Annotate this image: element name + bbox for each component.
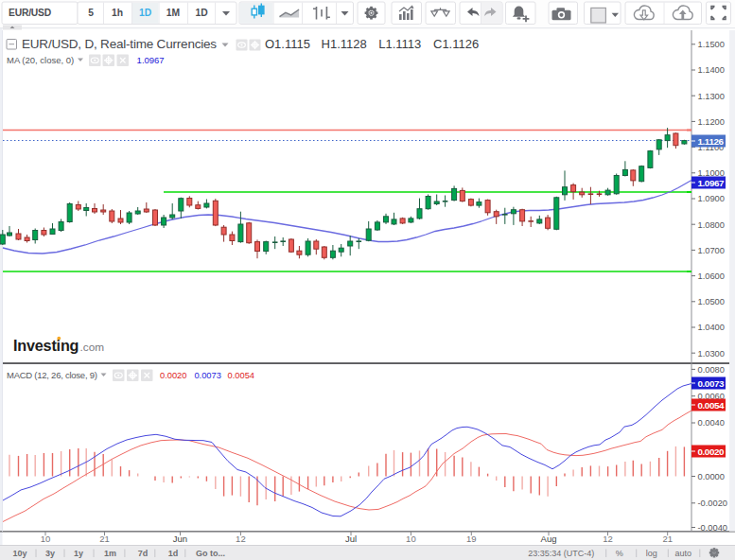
svg-text:1.0600: 1.0600 bbox=[698, 271, 725, 281]
svg-text:0.0000: 0.0000 bbox=[698, 472, 725, 481]
svg-text:1.1200: 1.1200 bbox=[698, 117, 725, 127]
svg-text:1D: 1D bbox=[195, 8, 207, 18]
svg-text:Aug: Aug bbox=[541, 534, 557, 544]
svg-text:H1.1128: H1.1128 bbox=[322, 37, 367, 51]
svg-text:1y: 1y bbox=[74, 549, 83, 558]
svg-text:O1.1115: O1.1115 bbox=[265, 37, 310, 51]
svg-text:EUR/USD, D, Real-time Currenci: EUR/USD, D, Real-time Currencies bbox=[22, 37, 217, 51]
svg-text:1.1500: 1.1500 bbox=[698, 40, 725, 49]
svg-text:Jul: Jul bbox=[345, 534, 357, 544]
svg-text:L1.1113: L1.1113 bbox=[378, 37, 421, 51]
svg-text:10: 10 bbox=[406, 534, 416, 544]
svg-text:1.0700: 1.0700 bbox=[698, 246, 725, 255]
svg-text:0.0040: 0.0040 bbox=[698, 418, 725, 428]
svg-text:0.0020: 0.0020 bbox=[698, 446, 726, 457]
svg-text:1.1126: 1.1126 bbox=[698, 136, 725, 147]
svg-text:-0.0040: -0.0040 bbox=[698, 523, 728, 533]
svg-text:23:35:34 (UTC-4): 23:35:34 (UTC-4) bbox=[528, 549, 594, 558]
svg-text:5: 5 bbox=[88, 8, 94, 18]
svg-text:0.0080: 0.0080 bbox=[698, 365, 725, 375]
svg-text:1m: 1m bbox=[104, 549, 116, 558]
svg-text:0.0054: 0.0054 bbox=[698, 400, 726, 411]
svg-text:0.0073: 0.0073 bbox=[698, 378, 726, 389]
svg-text:1d: 1d bbox=[168, 549, 179, 558]
svg-text:3y: 3y bbox=[45, 549, 55, 558]
svg-text:0.0073: 0.0073 bbox=[194, 371, 220, 380]
svg-text:7d: 7d bbox=[138, 549, 149, 558]
svg-text:1.1300: 1.1300 bbox=[698, 92, 725, 101]
svg-text:1.0400: 1.0400 bbox=[698, 323, 725, 332]
svg-text:%: % bbox=[616, 549, 623, 558]
svg-text:0.0054: 0.0054 bbox=[228, 371, 254, 380]
svg-text:Go to...: Go to... bbox=[196, 549, 225, 558]
svg-text:1M: 1M bbox=[166, 8, 180, 18]
svg-text:C1.1126: C1.1126 bbox=[433, 37, 479, 51]
svg-text:MA (20, close, 0): MA (20, close, 0) bbox=[7, 55, 74, 65]
svg-text:1.0967: 1.0967 bbox=[698, 178, 726, 188]
svg-text:log: log bbox=[646, 549, 657, 558]
svg-text:1.0800: 1.0800 bbox=[698, 220, 725, 230]
svg-text:0.0020: 0.0020 bbox=[160, 371, 186, 380]
svg-text:auto: auto bbox=[675, 549, 692, 558]
svg-text:EUR/USD: EUR/USD bbox=[9, 8, 51, 18]
svg-text:1.0900: 1.0900 bbox=[698, 194, 725, 203]
svg-text:19: 19 bbox=[466, 534, 477, 544]
svg-text:1D: 1D bbox=[139, 8, 151, 18]
svg-text:MACD (12, 26, close, 9): MACD (12, 26, close, 9) bbox=[7, 370, 97, 380]
svg-text:12: 12 bbox=[236, 534, 246, 544]
svg-text:-0.0020: -0.0020 bbox=[698, 499, 728, 508]
svg-text:21: 21 bbox=[99, 534, 110, 544]
svg-text:.com: .com bbox=[80, 341, 105, 354]
svg-text:Investing: Investing bbox=[13, 337, 79, 354]
svg-text:1.0967: 1.0967 bbox=[137, 55, 165, 65]
svg-text:12: 12 bbox=[603, 534, 613, 544]
svg-text:21: 21 bbox=[662, 534, 673, 544]
svg-text:10: 10 bbox=[41, 534, 51, 544]
svg-text:Jun: Jun bbox=[173, 534, 187, 544]
svg-text:1.0300: 1.0300 bbox=[698, 349, 725, 359]
svg-text:1h: 1h bbox=[112, 8, 123, 18]
svg-text:10y: 10y bbox=[12, 549, 26, 558]
svg-text:1.0500: 1.0500 bbox=[698, 297, 725, 306]
svg-text:1.1400: 1.1400 bbox=[698, 65, 725, 75]
